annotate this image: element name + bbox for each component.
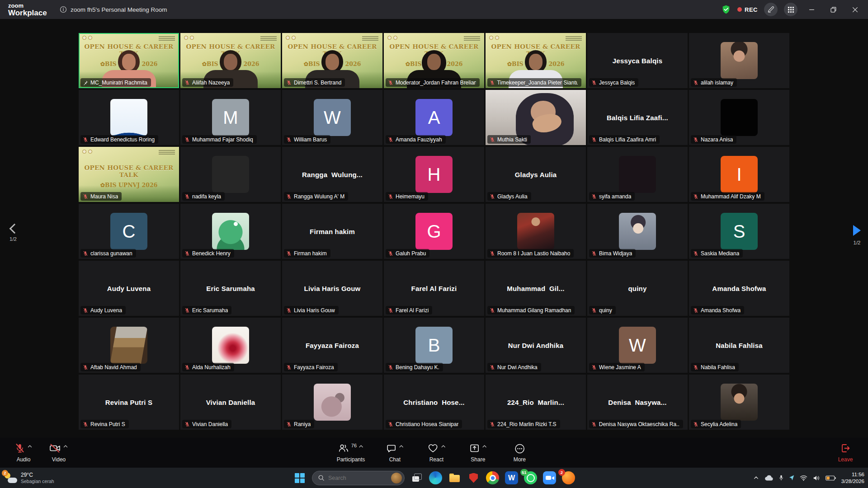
more-button[interactable]: More (508, 443, 531, 463)
participant-tile[interactable]: OPEN HOUSE & CAREER TALK✿BIS UPNVJ 2026D… (282, 33, 382, 88)
volume-icon[interactable] (813, 475, 820, 481)
tray-expand-chevron[interactable] (753, 475, 759, 481)
location-in-use-icon[interactable] (789, 475, 794, 481)
taskbar-app-task-view[interactable] (410, 471, 423, 484)
participant-tile[interactable]: Farel Al FariziFarel Al Farizi (384, 261, 484, 316)
taskbar-app-word[interactable]: W (505, 471, 518, 484)
participant-tile[interactable]: BBening Dahayu K. (384, 318, 484, 373)
video-options-chevron[interactable] (63, 443, 68, 451)
clock[interactable]: 11:56 3/28/2026 (841, 471, 864, 485)
taskbar-app-browser-orange[interactable]: 2 (562, 471, 575, 484)
chat-options-chevron[interactable] (398, 443, 404, 451)
participants-button[interactable]: 76 Participants (337, 443, 365, 463)
participant-tile[interactable]: OPEN HOUSE & CAREER TALK✿BIS UPNVJ 2026M… (79, 147, 179, 202)
taskbar-app-zoom[interactable] (543, 471, 556, 484)
participant-tile[interactable]: Benedick Henry (180, 204, 281, 259)
participant-tile[interactable]: Eric SarumahaEric Sarumaha (180, 261, 281, 316)
participant-tile[interactable]: OPEN HOUSE & CAREER TALK✿BIS UPNVJ 2026T… (486, 33, 586, 88)
vbg-logos (387, 36, 397, 40)
annotate-button[interactable] (764, 3, 778, 16)
security-shield-icon[interactable] (721, 5, 731, 14)
participant-tile[interactable]: WWiene Jasmine A (587, 318, 688, 373)
next-page-button[interactable]: 1/2 (853, 225, 861, 245)
participant-tile[interactable]: Audy LuvenaAudy Luvena (79, 261, 179, 316)
taskbar-app-edge[interactable] (429, 471, 442, 484)
share-button[interactable]: Share (466, 443, 490, 463)
chat-button[interactable]: Chat (383, 443, 406, 463)
mic-in-use-icon[interactable] (779, 474, 783, 481)
participant-tile[interactable]: Fayyaza FairozaFayyaza Fairoza (282, 318, 382, 373)
onedrive-icon[interactable] (764, 475, 774, 481)
participant-tile[interactable]: Balqis Lifia Zaafi...Balqis Lifia Zaafir… (587, 90, 688, 145)
audio-button[interactable]: Audio (12, 443, 35, 463)
participant-tile[interactable]: Aftab Navid Ahmad (79, 318, 179, 373)
participant-tile[interactable]: Bima Widjaya (587, 204, 688, 259)
wifi-icon[interactable] (800, 475, 807, 481)
start-button[interactable] (293, 471, 307, 485)
weather-widget[interactable]: 2 29°C Sebagian cerah (4, 472, 54, 484)
participant-tile[interactable]: syifa amanda (587, 147, 688, 202)
meeting-title: zoom fh5's Personal Meeting Room (60, 6, 167, 13)
taskbar-app-security[interactable] (467, 471, 480, 484)
participant-tile[interactable]: Muhammad Gil...Muhammad Gilang Ramadhan (486, 261, 586, 316)
vbg-logos (82, 36, 92, 40)
participant-tile[interactable]: Jessyca BalqisJessyca Balqis (587, 33, 688, 88)
close-button[interactable] (847, 3, 863, 16)
participant-tile[interactable]: MMuhammad Fajar Shodiq (180, 90, 281, 145)
participant-tile[interactable]: HHeimemayu (384, 147, 484, 202)
participant-tile[interactable]: quinyquiny (587, 261, 688, 316)
participant-tile[interactable]: SSaskia Mediana (689, 204, 789, 259)
participant-tile[interactable]: Muthia Sakti (486, 90, 586, 145)
battery-icon[interactable] (826, 475, 836, 481)
participants-options-chevron[interactable] (359, 443, 364, 451)
participant-tile[interactable]: Christiano Hose...Christiano Hosea Siani… (384, 375, 484, 430)
participant-tile[interactable]: Cclarissa gunawan (79, 204, 179, 259)
taskbar-app-file-explorer[interactable] (448, 471, 461, 484)
participant-tile[interactable]: Livia Haris GouwLivia Haris Gouw (282, 261, 382, 316)
participant-tile[interactable]: 224_Rio Marlin...224_Rio Marlin Rizki T.… (486, 375, 586, 430)
mic-muted-icon (388, 137, 393, 142)
participant-tile[interactable]: Nabila FahlisaNabila Fahlisa (689, 318, 789, 373)
participant-tile[interactable]: Vivian DaniellaVivian Daniella (180, 375, 281, 430)
previous-page-button[interactable]: 1/2 (8, 225, 18, 242)
participant-tile[interactable]: alilah islamay (689, 33, 789, 88)
participant-tile[interactable]: WWilliam Barus (282, 90, 382, 145)
info-icon[interactable] (60, 6, 67, 13)
mic-muted-icon (693, 251, 698, 256)
search-daily-image[interactable] (391, 473, 402, 483)
react-options-chevron[interactable] (440, 443, 446, 451)
participant-tile[interactable]: Nazara Anisa (689, 90, 789, 145)
participant-tile[interactable]: OPEN HOUSE & CAREER TALK✿BIS UPNVJ 2026M… (384, 33, 484, 88)
search-input[interactable] (328, 475, 387, 481)
participant-tile[interactable]: Firman hakimFirman hakim (282, 204, 382, 259)
participant-tile[interactable]: AAmanda Fauziyyah (384, 90, 484, 145)
participant-tile[interactable]: Revina Putri SRevina Putri S (79, 375, 179, 430)
minimize-button[interactable] (804, 3, 819, 16)
participant-tile[interactable]: Denisa Nasywa...Denisa Nasywa Oktaeschik… (587, 375, 688, 430)
search-box[interactable] (312, 471, 405, 485)
restore-button[interactable] (826, 3, 841, 16)
mic-muted-icon (286, 137, 292, 142)
participant-tile[interactable]: Nur Dwi AndhikaNur Dwi Andhika (486, 318, 586, 373)
participant-tile[interactable]: OPEN HOUSE & CAREER TALK✿BIS UPNVJ 2026A… (180, 33, 281, 88)
share-options-chevron[interactable] (481, 443, 487, 451)
participant-tile[interactable]: Raniya (282, 375, 382, 430)
react-button[interactable]: React (425, 443, 448, 463)
audio-options-chevron[interactable] (27, 443, 33, 451)
taskbar-app-chrome[interactable] (486, 471, 499, 484)
participant-tile[interactable]: Room 8 I Juan Lastio Naibaho (486, 204, 586, 259)
participant-tile[interactable]: Edward Benedictus Roring (79, 90, 179, 145)
participant-tile[interactable]: Rangga Wulung...Rangga Wulung A' M (282, 147, 382, 202)
participant-tile[interactable]: Amanda ShofwaAmanda Shofwa (689, 261, 789, 316)
taskbar-app-whatsapp[interactable]: 51 (524, 471, 537, 484)
participant-tile[interactable]: GGaluh Prabu (384, 204, 484, 259)
participant-tile[interactable]: Secylia Adelina (689, 375, 789, 430)
apps-button[interactable] (784, 3, 797, 16)
participant-tile[interactable]: Gladys AuliaGladys Aulia (486, 147, 586, 202)
video-button[interactable]: Video (47, 443, 71, 463)
participant-tile[interactable]: nadifa keyla (180, 147, 281, 202)
participant-tile[interactable]: OPEN HOUSE & CAREER TALK✿BIS UPNVJ 2026M… (79, 33, 179, 88)
participant-tile[interactable]: Alda Nurhalizah (180, 318, 281, 373)
leave-button[interactable]: Leave (834, 443, 857, 463)
participant-tile[interactable]: IMuhammad Alif Dzaky M (689, 147, 789, 202)
